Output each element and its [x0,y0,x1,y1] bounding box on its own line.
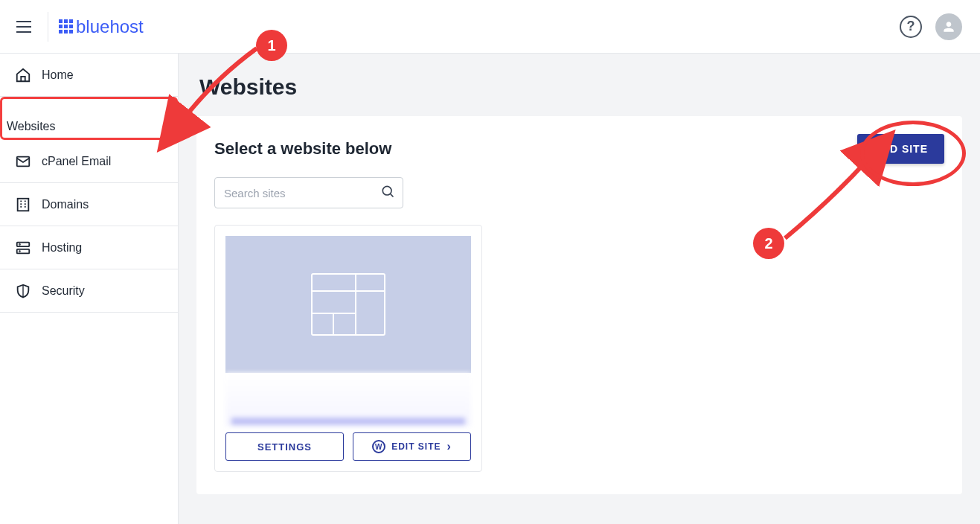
svg-rect-5 [18,198,29,211]
card-header: Select a website below ADD SITE [214,134,944,164]
page-title: Websites [199,74,962,100]
websites-card: Select a website below ADD SITE [196,116,962,494]
annotation-badge-1: 1 [256,30,287,61]
brand-name: bluehost [76,16,144,37]
wordpress-icon: W [372,440,385,453]
svg-point-9 [19,251,20,252]
dashboard-icon [7,103,23,120]
edit-site-label: EDIT SITE [391,442,441,451]
card-title: Select a website below [214,139,391,159]
sidebar-item-label: Security [42,284,85,298]
sidebar-item-label: Hosting [42,241,82,255]
chevron-right-icon: › [447,440,452,453]
search-icon [380,184,395,202]
svg-point-10 [382,186,391,195]
sidebar-item-label: Domains [42,198,89,211]
annotation-badge-2: 2 [753,228,784,259]
sidebar-item-cpanel-email[interactable]: cPanel Email [0,140,178,183]
building-icon [15,196,31,213]
brand-logo[interactable]: bluehost [59,16,144,37]
search-sites-box[interactable] [214,177,403,208]
sidebar-item-home[interactable]: Home [0,54,178,97]
sidebar-item-label: Websites [7,120,56,132]
person-icon [941,19,956,34]
edit-site-button[interactable]: W EDIT SITE › [353,432,471,461]
sidebar-item-domains[interactable]: Domains [0,183,178,226]
grid-icon [59,19,73,33]
svg-rect-3 [16,113,21,118]
svg-rect-1 [16,106,21,110]
settings-button[interactable]: SETTINGS [225,432,344,461]
hamburger-icon [16,21,31,33]
add-site-button[interactable]: ADD SITE [857,134,944,164]
sidebar-item-label: Home [42,68,74,82]
sidebar: Home Websites cPanel Email Domains [0,54,179,524]
svg-rect-0 [9,106,13,110]
site-preview-blur [225,373,471,426]
svg-rect-2 [9,113,13,118]
menu-toggle-button[interactable] [10,13,37,40]
shield-icon [15,283,31,299]
divider [48,12,48,42]
main-content: Websites Select a website below ADD SITE [179,54,980,524]
svg-point-8 [19,243,20,244]
home-icon [15,67,31,83]
sidebar-item-label: cPanel Email [42,155,111,168]
top-header: bluehost ? [0,0,980,54]
svg-rect-11 [312,274,385,335]
account-button[interactable] [935,13,962,40]
mail-icon [15,153,31,170]
server-icon [15,240,31,256]
site-actions: SETTINGS W EDIT SITE › [215,426,481,471]
sidebar-item-hosting[interactable]: Hosting [0,226,178,269]
main-layout: Home Websites cPanel Email Domains [0,54,980,524]
site-thumbnail[interactable] [225,236,471,373]
sidebar-item-websites[interactable]: Websites [0,97,178,140]
layout-icon [311,273,385,336]
sidebar-item-security[interactable]: Security [0,269,178,313]
search-input[interactable] [224,187,380,199]
help-button[interactable]: ? [900,16,922,38]
site-card: SETTINGS W EDIT SITE › [214,225,482,472]
header-actions: ? [900,13,970,40]
